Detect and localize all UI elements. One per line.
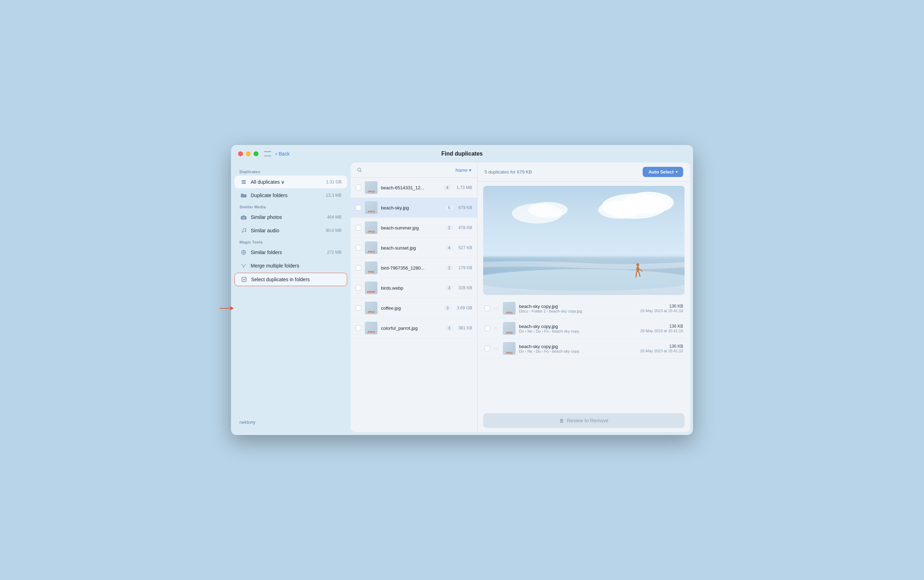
file-checkbox[interactable]: [356, 205, 361, 211]
dup-meta: 136 KB 26 May 2023 at 15:41:10: [640, 304, 683, 313]
duplicate-folders-size: 13.3 MB: [326, 193, 342, 198]
file-item[interactable]: JPEG beach-6514331_12... 4 1.73 MB: [351, 178, 477, 198]
similar-folders-label: Similar folders: [251, 249, 323, 255]
preview-image: [483, 186, 685, 295]
file-size: 328 KB: [459, 285, 472, 290]
dup-star-icon[interactable]: ☆: [494, 305, 499, 311]
file-thumbnail: WEBP: [365, 282, 378, 294]
dup-thumbnail: JPEG: [503, 342, 515, 355]
file-thumbnail: JPEG: [365, 322, 378, 334]
file-item[interactable]: JPEG beach-sky.jpg 5 679 KB: [351, 198, 477, 218]
sort-button[interactable]: Name ▾: [455, 168, 472, 173]
duplicate-folders-label: Duplicate folders: [251, 193, 322, 198]
file-thumbnail: JPEG: [365, 201, 378, 214]
review-to-remove-button[interactable]: 🗑 Review to Remove: [483, 413, 685, 428]
sidebar-item-similar-audio[interactable]: Similar audio 90.6 MB: [234, 224, 347, 237]
file-duplicate-count: 4: [444, 185, 451, 190]
sidebar-item-duplicate-folders[interactable]: Duplicate folders 13.3 MB: [234, 189, 347, 202]
file-duplicate-count: 3: [446, 326, 453, 331]
sort-label: Name: [455, 168, 468, 173]
dup-size: 136 KB: [640, 304, 683, 309]
file-checkbox[interactable]: [356, 185, 361, 190]
sidebar-item-all-duplicates[interactable]: All duplicates ∨ 1.31 GB: [234, 176, 347, 188]
main-window: ‹ Back Find duplicates Duplicates: [231, 145, 693, 435]
nektony-logo: nektony: [239, 420, 256, 425]
maximize-button[interactable]: [254, 152, 259, 156]
titlebar: ‹ Back Find duplicates: [231, 145, 693, 163]
minimize-button[interactable]: [246, 152, 251, 156]
file-name: birds.webp: [381, 285, 442, 291]
close-button[interactable]: [238, 152, 243, 156]
file-size: 179 KB: [459, 265, 472, 270]
merge-folders-label: Merge multiple folders: [251, 263, 342, 269]
duplicate-item: ☆ JPEG beach-sky copy.jpg Docu › Folder …: [480, 298, 687, 318]
svg-point-21: [636, 263, 639, 266]
file-item[interactable]: JPEG beach-summer.jpg 2 478 KB: [351, 218, 477, 238]
file-duplicate-count: 3: [444, 305, 451, 310]
dup-checkbox[interactable]: [485, 326, 490, 331]
svg-rect-1: [242, 181, 246, 182]
review-button-label: Review to Remove: [567, 418, 609, 423]
similar-media-section-label: Similar Media: [231, 202, 351, 211]
detail-panel: 5 duplicates for 679 KB Auto Select ▾: [477, 163, 690, 432]
dup-checkbox[interactable]: [485, 346, 490, 351]
back-button[interactable]: ‹ Back: [276, 151, 289, 157]
sidebar-item-similar-photos[interactable]: Similar photos 464 MB: [234, 211, 347, 224]
file-thumbnail: PNG: [365, 262, 378, 274]
dup-thumbnail: JPEG: [503, 302, 515, 315]
select-duplicates-label: Select duplicates in folders: [251, 277, 341, 282]
file-list-panel: Name ▾ JPEG beach-6514331_12...: [351, 163, 477, 432]
magic-tools-section-label: Magic Tools: [231, 237, 351, 246]
file-checkbox[interactable]: [356, 285, 361, 291]
file-info: bird-7967356_1280...: [381, 265, 442, 271]
file-size: 679 KB: [459, 205, 472, 210]
dup-info: beach-sky copy.jpg Docu › Folder 2 › bea…: [519, 304, 637, 313]
auto-select-label: Auto Select: [648, 169, 674, 175]
dup-checkbox[interactable]: [485, 305, 490, 311]
file-checkbox[interactable]: [356, 225, 361, 231]
file-item[interactable]: JPEG colorful_parrot.jpg 3 381 KB: [351, 318, 477, 338]
dup-path: Docu › Folder 2 › beach-sky copy.jpg: [519, 309, 637, 313]
music-icon: [240, 227, 247, 234]
file-checkbox[interactable]: [356, 245, 361, 250]
dup-date: 26 May 2023 at 15:41:10: [640, 349, 683, 353]
svg-rect-22: [483, 255, 685, 258]
file-checkbox[interactable]: [356, 305, 361, 311]
similar-folders-size: 272 MB: [327, 250, 342, 255]
back-chevron-icon: ‹: [276, 151, 277, 157]
sidebar-item-select-duplicates[interactable]: Select duplicates in folders: [234, 273, 347, 286]
file-item[interactable]: JPEG beach-sunset.jpg 4 527 KB: [351, 238, 477, 258]
sidebar-footer: nektony: [231, 413, 351, 431]
dup-star-icon[interactable]: ☆: [494, 346, 499, 351]
file-item[interactable]: WEBP birds.webp 3 328 KB: [351, 278, 477, 298]
file-name: bird-7967356_1280...: [381, 265, 442, 271]
file-checkbox[interactable]: [356, 265, 361, 271]
file-item[interactable]: JPEG coffee.jpg 3 3.69 GB: [351, 298, 477, 318]
sidebar-item-merge-folders[interactable]: Merge multiple folders: [234, 259, 347, 272]
traffic-lights: [238, 152, 259, 156]
duplicate-item: ☆ JPEG beach-sky copy.jpg Do › Ne › Du ›…: [480, 339, 687, 359]
dup-thumbnail: JPEG: [503, 322, 515, 335]
file-info: beach-6514331_12...: [381, 185, 440, 190]
duplicates-count-text: 5 duplicates for 679 KB: [485, 169, 643, 175]
camera-icon: [240, 214, 247, 221]
sort-chevron-icon: ▾: [469, 168, 472, 173]
file-name: beach-summer.jpg: [381, 225, 442, 231]
svg-rect-5: [243, 215, 245, 216]
file-item[interactable]: PNG bird-7967356_1280... 2 179 KB: [351, 258, 477, 278]
auto-select-button[interactable]: Auto Select ▾: [643, 167, 683, 177]
file-name: beach-sunset.jpg: [381, 245, 442, 250]
file-info: birds.webp: [381, 285, 442, 291]
file-checkbox[interactable]: [356, 325, 361, 331]
dup-date: 26 May 2023 at 15:41:10: [640, 329, 683, 333]
file-duplicate-count: 5: [446, 205, 453, 210]
svg-rect-0: [242, 180, 246, 181]
file-list: JPEG beach-6514331_12... 4 1.73 MB: [351, 178, 477, 432]
dup-star-icon[interactable]: ☆: [494, 326, 499, 331]
folder-icon: [240, 192, 247, 199]
file-duplicate-count: 4: [446, 245, 453, 250]
sidebar-toggle-button[interactable]: [264, 152, 271, 156]
file-size: 381 KB: [459, 326, 472, 331]
sidebar-item-similar-folders[interactable]: Similar folders 272 MB: [234, 246, 347, 259]
window-title: Find duplicates: [441, 151, 482, 157]
